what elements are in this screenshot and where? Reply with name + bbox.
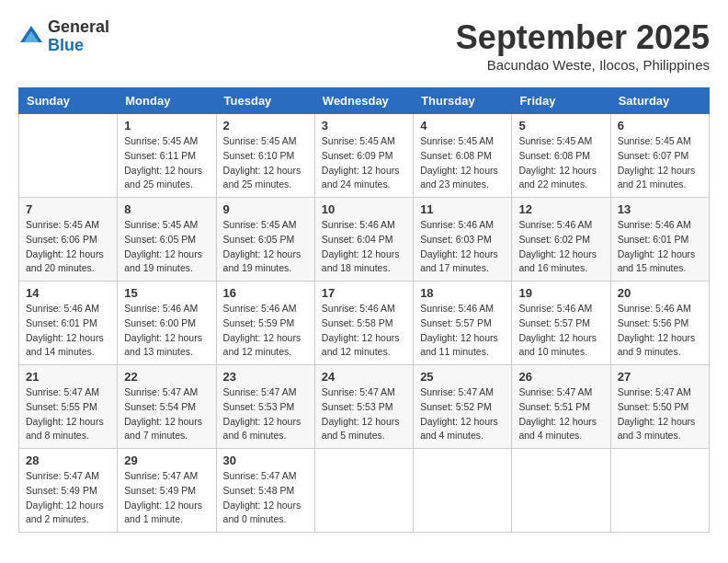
calendar-cell: 4Sunrise: 5:45 AMSunset: 6:08 PMDaylight…: [414, 114, 512, 198]
day-info: Sunrise: 5:45 AMSunset: 6:08 PMDaylight:…: [420, 134, 505, 192]
day-number: 27: [618, 370, 702, 384]
calendar-cell: 28Sunrise: 5:47 AMSunset: 5:49 PMDayligh…: [19, 449, 118, 533]
day-number: 28: [26, 454, 110, 467]
calendar-cell: [314, 449, 413, 533]
day-number: 24: [322, 370, 406, 384]
page-header: General Blue September 2025 Bacundao Wes…: [18, 18, 710, 73]
day-info: Sunrise: 5:47 AMSunset: 5:54 PMDaylight:…: [124, 385, 209, 443]
day-info: Sunrise: 5:47 AMSunset: 5:50 PMDaylight:…: [618, 385, 702, 443]
day-number: 26: [518, 370, 603, 384]
day-info: Sunrise: 5:46 AMSunset: 6:00 PMDaylight:…: [124, 302, 209, 360]
calendar-week-row: 14Sunrise: 5:46 AMSunset: 6:01 PMDayligh…: [19, 282, 710, 365]
day-info: Sunrise: 5:47 AMSunset: 5:55 PMDaylight:…: [26, 385, 110, 443]
day-info: Sunrise: 5:46 AMSunset: 6:01 PMDaylight:…: [618, 218, 702, 276]
day-number: 7: [26, 202, 110, 216]
day-number: 30: [223, 454, 308, 467]
calendar-cell: 17Sunrise: 5:46 AMSunset: 5:58 PMDayligh…: [314, 282, 413, 365]
day-info: Sunrise: 5:45 AMSunset: 6:08 PMDaylight:…: [518, 134, 603, 192]
calendar-cell: 3Sunrise: 5:45 AMSunset: 6:09 PMDaylight…: [314, 114, 413, 198]
day-info: Sunrise: 5:47 AMSunset: 5:51 PMDaylight:…: [518, 385, 603, 443]
day-number: 22: [124, 370, 209, 384]
day-number: 3: [322, 119, 406, 132]
day-number: 12: [518, 202, 603, 216]
day-info: Sunrise: 5:45 AMSunset: 6:09 PMDaylight:…: [322, 134, 406, 192]
calendar-week-row: 1Sunrise: 5:45 AMSunset: 6:11 PMDaylight…: [19, 114, 710, 198]
day-info: Sunrise: 5:46 AMSunset: 5:57 PMDaylight:…: [420, 302, 505, 360]
day-number: 10: [322, 202, 406, 216]
calendar-cell: 14Sunrise: 5:46 AMSunset: 6:01 PMDayligh…: [19, 282, 118, 365]
day-number: 13: [618, 202, 702, 216]
day-info: Sunrise: 5:46 AMSunset: 5:59 PMDaylight:…: [223, 302, 308, 360]
month-title: September 2025: [456, 18, 710, 57]
day-info: Sunrise: 5:46 AMSunset: 6:02 PMDaylight:…: [518, 218, 603, 276]
day-info: Sunrise: 5:46 AMSunset: 5:56 PMDaylight:…: [618, 302, 702, 360]
weekday-header-saturday: Saturday: [610, 88, 709, 114]
calendar-cell: [414, 449, 512, 533]
day-number: 5: [518, 119, 603, 132]
calendar-cell: 15Sunrise: 5:46 AMSunset: 6:00 PMDayligh…: [118, 282, 216, 365]
day-number: 15: [124, 286, 209, 300]
day-number: 17: [322, 286, 406, 300]
calendar-cell: 21Sunrise: 5:47 AMSunset: 5:55 PMDayligh…: [19, 365, 118, 449]
day-number: 9: [223, 202, 308, 216]
calendar-header-row: SundayMondayTuesdayWednesdayThursdayFrid…: [19, 88, 710, 114]
day-info: Sunrise: 5:46 AMSunset: 5:58 PMDaylight:…: [322, 302, 406, 360]
day-info: Sunrise: 5:47 AMSunset: 5:52 PMDaylight:…: [420, 385, 505, 443]
day-info: Sunrise: 5:45 AMSunset: 6:10 PMDaylight:…: [223, 134, 308, 192]
day-info: Sunrise: 5:45 AMSunset: 6:05 PMDaylight:…: [223, 218, 308, 276]
calendar-cell: 26Sunrise: 5:47 AMSunset: 5:51 PMDayligh…: [512, 365, 610, 449]
calendar-cell: 20Sunrise: 5:46 AMSunset: 5:56 PMDayligh…: [610, 282, 709, 365]
calendar-cell: 23Sunrise: 5:47 AMSunset: 5:53 PMDayligh…: [216, 365, 314, 449]
calendar-cell: 25Sunrise: 5:47 AMSunset: 5:52 PMDayligh…: [414, 365, 512, 449]
day-info: Sunrise: 5:45 AMSunset: 6:11 PMDaylight:…: [124, 134, 209, 192]
calendar-cell: 30Sunrise: 5:47 AMSunset: 5:48 PMDayligh…: [216, 449, 314, 533]
day-info: Sunrise: 5:45 AMSunset: 6:05 PMDaylight:…: [124, 218, 209, 276]
calendar-cell: 27Sunrise: 5:47 AMSunset: 5:50 PMDayligh…: [610, 365, 709, 449]
day-number: 21: [26, 370, 110, 384]
day-number: 18: [420, 286, 505, 300]
day-number: 2: [223, 119, 308, 132]
calendar-cell: 12Sunrise: 5:46 AMSunset: 6:02 PMDayligh…: [512, 198, 610, 282]
day-number: 20: [618, 286, 702, 300]
weekday-header-monday: Monday: [118, 88, 216, 114]
calendar-cell: 5Sunrise: 5:45 AMSunset: 6:08 PMDaylight…: [512, 114, 610, 198]
calendar-cell: 24Sunrise: 5:47 AMSunset: 5:53 PMDayligh…: [314, 365, 413, 449]
calendar-cell: [610, 449, 709, 533]
calendar-cell: 22Sunrise: 5:47 AMSunset: 5:54 PMDayligh…: [118, 365, 216, 449]
day-info: Sunrise: 5:47 AMSunset: 5:49 PMDaylight:…: [124, 469, 209, 527]
day-number: 16: [223, 286, 308, 300]
logo-text: General Blue: [48, 18, 109, 55]
calendar-cell: 6Sunrise: 5:45 AMSunset: 6:07 PMDaylight…: [610, 114, 709, 198]
calendar-cell: 7Sunrise: 5:45 AMSunset: 6:06 PMDaylight…: [19, 198, 118, 282]
day-number: 11: [420, 202, 505, 216]
calendar-week-row: 21Sunrise: 5:47 AMSunset: 5:55 PMDayligh…: [19, 365, 710, 449]
weekday-header-wednesday: Wednesday: [314, 88, 413, 114]
calendar-cell: 16Sunrise: 5:46 AMSunset: 5:59 PMDayligh…: [216, 282, 314, 365]
day-info: Sunrise: 5:47 AMSunset: 5:48 PMDaylight:…: [223, 469, 308, 527]
day-info: Sunrise: 5:46 AMSunset: 5:57 PMDaylight:…: [518, 302, 603, 360]
day-number: 1: [124, 119, 209, 132]
day-number: 8: [124, 202, 209, 216]
calendar-cell: 1Sunrise: 5:45 AMSunset: 6:11 PMDaylight…: [118, 114, 216, 198]
day-info: Sunrise: 5:46 AMSunset: 6:01 PMDaylight:…: [26, 302, 110, 360]
weekday-header-thursday: Thursday: [414, 88, 512, 114]
logo: General Blue: [18, 18, 109, 55]
day-info: Sunrise: 5:46 AMSunset: 6:03 PMDaylight:…: [420, 218, 505, 276]
day-number: 29: [124, 454, 209, 467]
calendar-cell: [512, 449, 610, 533]
day-number: 6: [618, 119, 702, 132]
day-info: Sunrise: 5:47 AMSunset: 5:53 PMDaylight:…: [223, 385, 308, 443]
logo-icon: [18, 24, 44, 50]
day-number: 19: [518, 286, 603, 300]
day-number: 23: [223, 370, 308, 384]
day-number: 25: [420, 370, 505, 384]
calendar-cell: 9Sunrise: 5:45 AMSunset: 6:05 PMDaylight…: [216, 198, 314, 282]
calendar-cell: 8Sunrise: 5:45 AMSunset: 6:05 PMDaylight…: [118, 198, 216, 282]
logo-blue-text: Blue: [48, 37, 109, 55]
weekday-header-tuesday: Tuesday: [216, 88, 314, 114]
day-number: 14: [26, 286, 110, 300]
calendar-cell: [19, 114, 118, 198]
calendar-week-row: 28Sunrise: 5:47 AMSunset: 5:49 PMDayligh…: [19, 449, 710, 533]
title-block: September 2025 Bacundao Weste, Ilocos, P…: [456, 18, 710, 73]
weekday-header-friday: Friday: [512, 88, 610, 114]
